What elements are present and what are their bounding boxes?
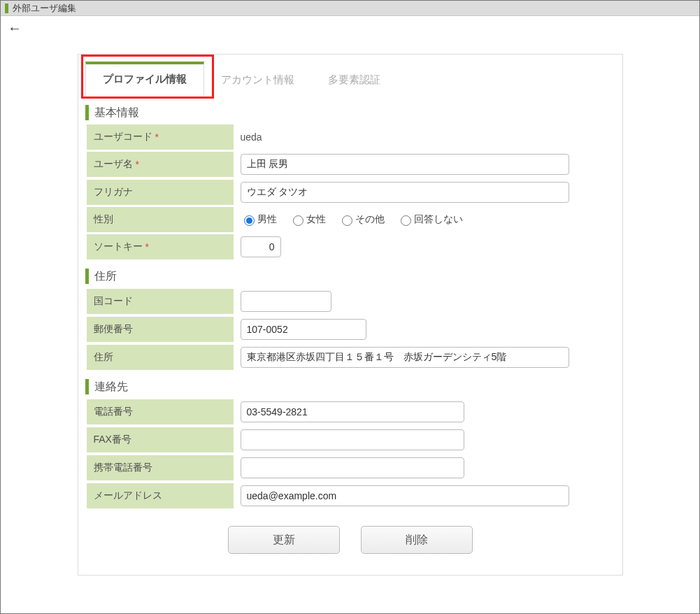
section-bar-icon [85, 379, 89, 394]
label-email: メールアドレス [87, 483, 234, 508]
form-panel: プロファイル情報 アカウント情報 多要素認証 基本情報 ユーザコード* ueda… [78, 54, 623, 576]
input-sort-key[interactable] [241, 236, 281, 257]
gender-radio-group: 男性 女性 その他 回答しない [234, 210, 614, 229]
delete-button[interactable]: 削除 [361, 526, 473, 554]
section-contact: 連絡先 [85, 379, 615, 394]
input-phone[interactable] [241, 401, 464, 422]
update-button[interactable]: 更新 [228, 526, 340, 554]
title-accent-icon [5, 3, 8, 13]
section-contact-title: 連絡先 [94, 380, 128, 394]
row-country-code: 国コード [87, 288, 614, 315]
section-bar-icon [85, 105, 89, 120]
label-furigana: フリガナ [87, 180, 234, 205]
radio-noanswer[interactable] [401, 215, 411, 226]
row-mobile: 携帯電話番号 [87, 455, 614, 481]
row-address: 住所 [87, 344, 614, 371]
radio-male-label[interactable]: 男性 [241, 213, 277, 226]
row-postal: 郵便番号 [87, 316, 614, 343]
window-title: 外部ユーザ編集 [13, 2, 76, 15]
app-window: 外部ユーザ編集 ← プロファイル情報 アカウント情報 多要素認証 基本情報 ユー… [0, 0, 700, 614]
row-user-code: ユーザコード* ueda [87, 124, 614, 150]
radio-female-label[interactable]: 女性 [290, 213, 326, 226]
row-sort-key: ソートキー* [87, 234, 614, 260]
toolbar: ← [1, 16, 699, 40]
label-fax: FAX番号 [87, 427, 234, 452]
row-fax: FAX番号 [87, 427, 614, 453]
tabs: プロファイル情報 アカウント情報 多要素認証 [78, 55, 622, 97]
row-user-name: ユーザ名* [87, 151, 614, 178]
radio-noanswer-label[interactable]: 回答しない [397, 213, 463, 226]
section-basic-title: 基本情報 [94, 106, 139, 120]
input-fax[interactable] [241, 429, 464, 450]
label-postal: 郵便番号 [87, 317, 234, 342]
input-user-name[interactable] [241, 154, 569, 175]
row-gender: 性別 男性 女性 その他 回答しない [87, 207, 614, 232]
tab-account[interactable]: アカウント情報 [204, 62, 311, 97]
back-arrow-icon[interactable]: ← [8, 21, 22, 35]
input-mobile[interactable] [241, 457, 464, 478]
input-furigana[interactable] [241, 182, 569, 203]
label-gender: 性別 [87, 207, 234, 232]
input-email[interactable] [241, 485, 569, 506]
label-mobile: 携帯電話番号 [87, 455, 234, 480]
section-bar-icon [85, 269, 89, 284]
radio-female[interactable] [293, 215, 303, 226]
tab-mfa[interactable]: 多要素認証 [311, 62, 397, 97]
row-furigana: フリガナ [87, 179, 614, 206]
label-sort-key: ソートキー* [87, 234, 234, 259]
radio-other[interactable] [342, 215, 352, 226]
label-address: 住所 [87, 345, 234, 370]
input-country-code[interactable] [241, 291, 331, 312]
input-postal[interactable] [241, 319, 366, 340]
label-phone: 電話番号 [87, 399, 234, 424]
section-basic: 基本情報 [85, 105, 615, 120]
row-email: メールアドレス [87, 483, 614, 509]
section-address: 住所 [85, 269, 615, 284]
radio-other-label[interactable]: その他 [338, 213, 385, 226]
label-user-code: ユーザコード* [87, 124, 234, 150]
label-country-code: 国コード [87, 289, 234, 314]
section-address-title: 住所 [94, 269, 117, 284]
content-area: プロファイル情報 アカウント情報 多要素認証 基本情報 ユーザコード* ueda… [1, 40, 699, 597]
label-user-name: ユーザ名* [87, 152, 234, 177]
row-phone: 電話番号 [87, 399, 614, 425]
action-buttons: 更新 削除 [78, 526, 622, 554]
value-user-code: ueda [241, 131, 262, 143]
titlebar: 外部ユーザ編集 [1, 1, 699, 16]
tab-profile[interactable]: プロファイル情報 [85, 62, 204, 97]
input-address[interactable] [241, 347, 569, 368]
radio-male[interactable] [244, 215, 255, 226]
